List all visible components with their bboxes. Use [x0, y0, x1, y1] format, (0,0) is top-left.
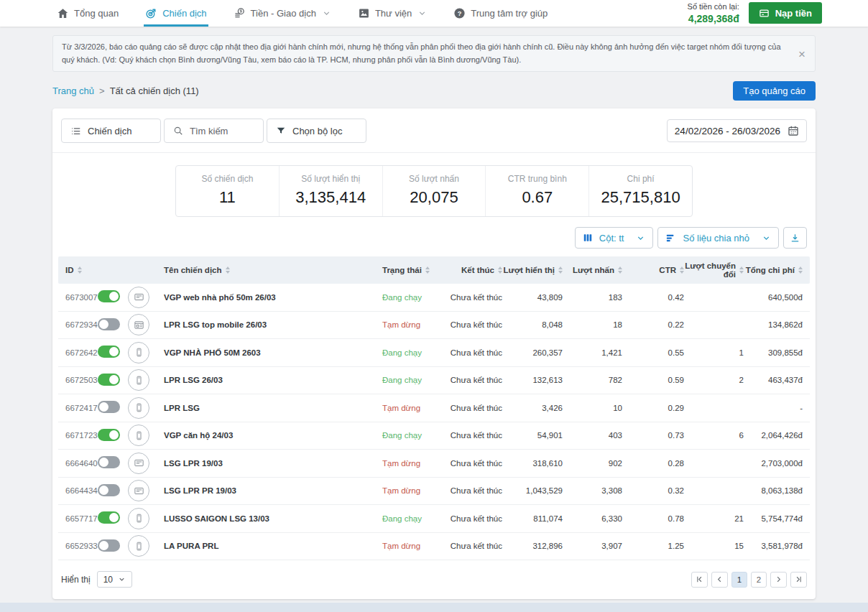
- campaign-clicks: 902: [563, 459, 622, 468]
- campaign-type-icon: [128, 480, 149, 501]
- breadcrumb-home-link[interactable]: Trang chủ: [52, 85, 94, 96]
- page-button-2[interactable]: 2: [751, 572, 767, 588]
- nav-item[interactable]: ? Trung tâm trợ giúp: [452, 0, 549, 27]
- campaign-toggle[interactable]: [98, 484, 120, 496]
- campaign-name[interactable]: LUSSO SAIGON LSG 13/03: [164, 514, 373, 523]
- campaign-end: Chưa kết thúc: [441, 404, 502, 412]
- campaign-toggle[interactable]: [98, 429, 120, 441]
- campaign-name[interactable]: LPR LSG top mobile 26/03: [164, 320, 373, 329]
- nav-item[interactable]: Chiến dịch: [144, 0, 208, 27]
- sort-icon: [798, 266, 803, 274]
- breadcrumb-separator: >: [99, 85, 105, 96]
- balance-label: Số tiền còn lại:: [688, 1, 739, 11]
- campaign-ctr: 0.28: [622, 459, 684, 468]
- campaign-toggle[interactable]: [98, 401, 120, 413]
- balance-value: 4,289,368đ: [688, 12, 739, 25]
- stat-value: 3,135,414: [280, 188, 382, 207]
- search-input[interactable]: [190, 126, 254, 136]
- column-header[interactable]: Tổng chi phí: [744, 266, 810, 274]
- campaign-toggle[interactable]: [98, 346, 120, 358]
- column-header-label: Tên chiến dịch: [164, 266, 222, 274]
- date-range-value: 24/02/2026 - 26/03/2026: [675, 126, 780, 136]
- nav-item-label: Tiền - Giao dịch: [251, 8, 316, 19]
- breakdown-dropdown[interactable]: Số liệu chia nhỏ: [657, 227, 779, 249]
- columns-dropdown[interactable]: Cột: tt: [575, 227, 654, 249]
- stat-value: 20,075: [383, 188, 486, 207]
- topup-label: Nạp tiền: [775, 8, 812, 19]
- stat-item: Số chiến dịch 11: [176, 166, 279, 216]
- last-page-icon[interactable]: [790, 572, 807, 588]
- stat-label: Số lượt hiển thị: [280, 174, 382, 184]
- chevron-down-icon: [322, 9, 331, 18]
- chevron-down-icon: [417, 9, 427, 18]
- table-row: 6672503 LPR LSG 26/03 Đang chạy Chưa kết…: [58, 367, 810, 395]
- column-header[interactable]: Lượt chuyển đổi: [684, 261, 744, 279]
- column-header[interactable]: Lượt nhấn: [563, 266, 622, 274]
- chevron-right-icon[interactable]: [770, 572, 787, 588]
- campaign-cost: 2,703,000đ: [744, 459, 810, 468]
- table-row: 6672642 VGP NHÀ PHỐ 50M 2603 Đang chạy C…: [58, 339, 810, 367]
- campaign-id: 6657717: [58, 514, 98, 523]
- column-header[interactable]: ID: [58, 266, 98, 274]
- campaign-toggle[interactable]: [98, 539, 120, 552]
- stat-item: Số lượt hiển thị 3,135,414: [279, 166, 382, 216]
- create-ad-button[interactable]: Tạo quảng cáo: [733, 81, 816, 101]
- page-background: Từ 3/3/2026, báo cáo quảng cáo sẽ được c…: [0, 27, 868, 603]
- column-header[interactable]: Tên chiến dịch: [164, 266, 373, 274]
- campaign-name[interactable]: VGP căn hộ 24/03: [164, 431, 373, 440]
- campaign-toggle[interactable]: [98, 511, 120, 524]
- page-size-control: Hiển thị 10: [61, 571, 132, 588]
- nav-item[interactable]: Tiền - Giao dịch: [232, 0, 333, 27]
- table-row: 6672417 LPR LSG Tạm dừng Chưa kết thúc 3…: [58, 394, 810, 422]
- campaign-toggle[interactable]: [98, 456, 120, 468]
- topup-button[interactable]: Nạp tiền: [749, 2, 822, 24]
- stats-summary: Số chiến dịch 11 Số lượt hiển thị 3,135,…: [175, 165, 693, 217]
- funnel-icon: [276, 126, 286, 136]
- campaign-status: Đang chạy: [373, 348, 441, 357]
- home-icon: [57, 7, 69, 19]
- campaign-impressions: 318,610: [502, 459, 563, 468]
- date-range-picker[interactable]: 24/02/2026 - 26/03/2026: [667, 119, 807, 142]
- table-row: 6672934 LPR LSG top mobile 26/03 Tạm dừn…: [58, 312, 810, 340]
- stat-label: Số chiến dịch: [176, 174, 279, 184]
- campaign-ctr: 0.73: [622, 431, 684, 440]
- campaign-cost: 8,063,138đ: [744, 486, 810, 495]
- search-box[interactable]: [164, 119, 264, 143]
- campaign-impressions: 132,613: [502, 376, 563, 384]
- close-icon[interactable]: ×: [798, 47, 805, 60]
- nav-item-label: Thư viện: [375, 8, 412, 19]
- first-page-icon[interactable]: [691, 572, 708, 588]
- column-header[interactable]: Lượt hiển thị: [502, 266, 563, 274]
- campaign-name[interactable]: VGP web nhà phố 50m 26/03: [164, 293, 373, 302]
- campaign-clicks: 3,308: [563, 486, 622, 495]
- campaign-name[interactable]: LSG LPR PR 19/03: [164, 486, 373, 495]
- campaign-name[interactable]: LPR LSG 26/03: [164, 376, 373, 384]
- download-button[interactable]: [783, 227, 807, 249]
- nav-item[interactable]: Thư viện: [356, 0, 428, 27]
- divider: [52, 152, 816, 153]
- page-size-select[interactable]: 10: [97, 571, 132, 588]
- nav-item[interactable]: Tổng quan: [55, 0, 120, 27]
- campaign-name[interactable]: LA PURA PRL: [164, 542, 373, 550]
- campaign-type-filter[interactable]: Chiến dịch: [61, 119, 161, 143]
- chevron-left-icon[interactable]: [711, 572, 728, 588]
- coins-icon: [234, 7, 246, 19]
- campaign-name[interactable]: VGP NHÀ PHỐ 50M 2603: [164, 348, 373, 357]
- page-button-1[interactable]: 1: [731, 572, 747, 588]
- campaign-conversions: 6: [684, 431, 744, 440]
- campaign-toggle[interactable]: [98, 374, 120, 386]
- campaign-name[interactable]: LPR LSG: [164, 404, 373, 412]
- campaign-ctr: 0.22: [622, 320, 684, 329]
- campaign-id: 6652933: [58, 542, 98, 550]
- column-header[interactable]: CTR: [622, 266, 684, 274]
- table-row: 6671723 VGP căn hộ 24/03 Đang chạy Chưa …: [58, 422, 810, 450]
- filter-select-button[interactable]: Chọn bộ lọc: [267, 119, 366, 143]
- column-header[interactable]: Trạng thái: [373, 266, 441, 274]
- campaign-id: 6672417: [58, 404, 98, 412]
- campaign-toggle[interactable]: [98, 318, 120, 330]
- campaign-id: 6673007: [58, 293, 98, 302]
- campaign-name[interactable]: LSG LPR 19/03: [164, 459, 373, 468]
- column-header[interactable]: Kết thúc: [441, 266, 502, 274]
- campaign-toggle[interactable]: [98, 290, 120, 302]
- campaign-ctr: 0.32: [622, 486, 684, 495]
